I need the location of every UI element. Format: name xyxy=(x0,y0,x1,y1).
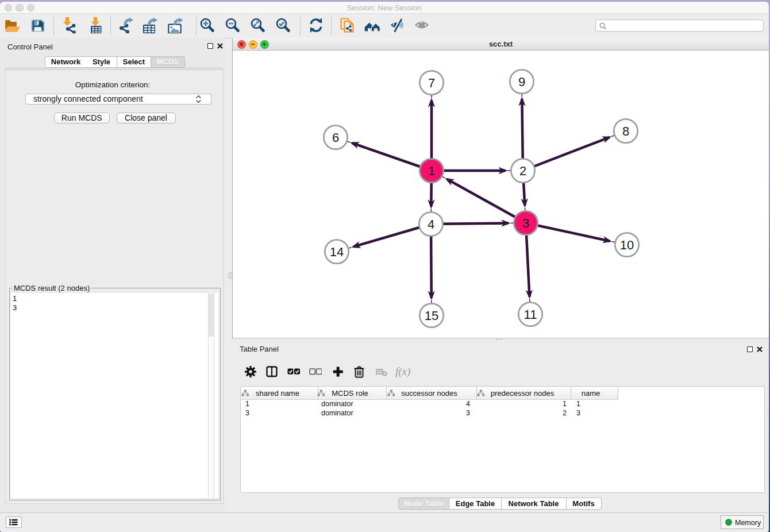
svg-text:10: 10 xyxy=(620,238,634,252)
svg-text:3: 3 xyxy=(522,216,529,230)
svg-text:15: 15 xyxy=(425,309,438,323)
svg-text:14: 14 xyxy=(330,245,344,259)
svg-text:4: 4 xyxy=(428,217,434,232)
svg-text:7: 7 xyxy=(428,76,435,90)
svg-text:2: 2 xyxy=(519,164,526,178)
svg-text:8: 8 xyxy=(622,124,629,138)
svg-text:1: 1 xyxy=(428,164,435,178)
svg-text:9: 9 xyxy=(518,75,525,89)
svg-text:11: 11 xyxy=(524,307,537,322)
svg-text:6: 6 xyxy=(332,130,339,145)
